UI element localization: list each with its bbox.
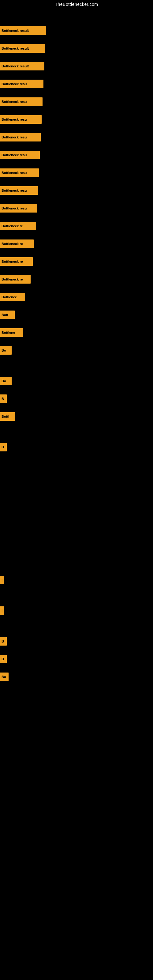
bar-label-18: Bo xyxy=(0,346,12,355)
bar-label-5: Bottleneck resu xyxy=(0,115,41,124)
bar-row-21: Bottl xyxy=(0,411,15,422)
bar-row-6: Bottleneck resu xyxy=(0,132,41,143)
bar-label-9: Bottleneck resu xyxy=(0,186,38,195)
bar-row-12: Bottleneck re xyxy=(0,238,33,249)
bar-label-8: Bottleneck resu xyxy=(0,169,39,177)
bar-label-12: Bottleneck re xyxy=(0,240,33,248)
bar-label-4: Bottleneck resu xyxy=(0,97,43,106)
bar-label-7: Bottleneck resu xyxy=(0,151,40,159)
bar-row-13: Bottleneck re xyxy=(0,256,33,267)
bar-label-26: B xyxy=(0,655,7,663)
bar-row-24: | xyxy=(0,605,4,616)
bar-row-19: Bo xyxy=(0,375,12,387)
bar-label-17: Bottlene xyxy=(0,328,23,337)
bar-label-0: Bottleneck result xyxy=(0,26,46,35)
bar-label-1: Bottleneck result xyxy=(0,44,45,52)
bar-row-14: Bottleneck re xyxy=(0,274,30,285)
bar-row-16: Bott xyxy=(0,309,15,320)
bar-label-21: Bottl xyxy=(0,412,15,421)
bar-row-26: B xyxy=(0,654,7,665)
bar-label-14: Bottleneck re xyxy=(0,275,30,283)
bar-label-10: Bottleneck resu xyxy=(0,204,37,213)
bar-label-2: Bottleneck result xyxy=(0,62,45,70)
bar-label-27: Bo xyxy=(0,673,9,681)
bar-row-27: Bo xyxy=(0,671,9,682)
bar-row-25: B xyxy=(0,636,7,647)
bar-row-2: Bottleneck result xyxy=(0,60,45,72)
bar-row-8: Bottleneck resu xyxy=(0,167,39,178)
bar-row-9: Bottleneck resu xyxy=(0,185,38,196)
bar-label-15: Bottlenec xyxy=(0,293,25,301)
bar-row-7: Bottleneck resu xyxy=(0,150,40,161)
bar-row-0: Bottleneck result xyxy=(0,25,46,36)
bar-row-4: Bottleneck resu xyxy=(0,96,43,107)
bar-row-10: Bottleneck resu xyxy=(0,203,37,214)
bar-label-16: Bott xyxy=(0,310,15,319)
bar-row-23: | xyxy=(0,574,4,585)
bar-row-15: Bottlenec xyxy=(0,291,25,302)
bar-row-18: Bo xyxy=(0,345,12,356)
bar-row-17: Bottlene xyxy=(0,327,23,338)
bar-row-5: Bottleneck resu xyxy=(0,114,41,125)
bar-label-23: | xyxy=(0,576,4,584)
bar-label-20: B xyxy=(0,395,7,403)
bar-label-3: Bottleneck resu xyxy=(0,80,43,88)
bar-row-3: Bottleneck resu xyxy=(0,78,43,89)
bar-label-22: B xyxy=(0,443,7,452)
bar-row-1: Bottleneck result xyxy=(0,43,45,54)
bar-label-25: B xyxy=(0,637,7,646)
site-title: TheBottlenecker.com xyxy=(0,0,153,8)
bar-label-13: Bottleneck re xyxy=(0,257,33,266)
bar-label-11: Bottleneck re xyxy=(0,222,36,230)
bar-label-6: Bottleneck resu xyxy=(0,133,41,142)
bar-label-19: Bo xyxy=(0,377,12,385)
bar-row-11: Bottleneck re xyxy=(0,221,36,232)
bar-row-20: B xyxy=(0,393,7,404)
bar-label-24: | xyxy=(0,606,4,615)
bar-row-22: B xyxy=(0,442,7,453)
